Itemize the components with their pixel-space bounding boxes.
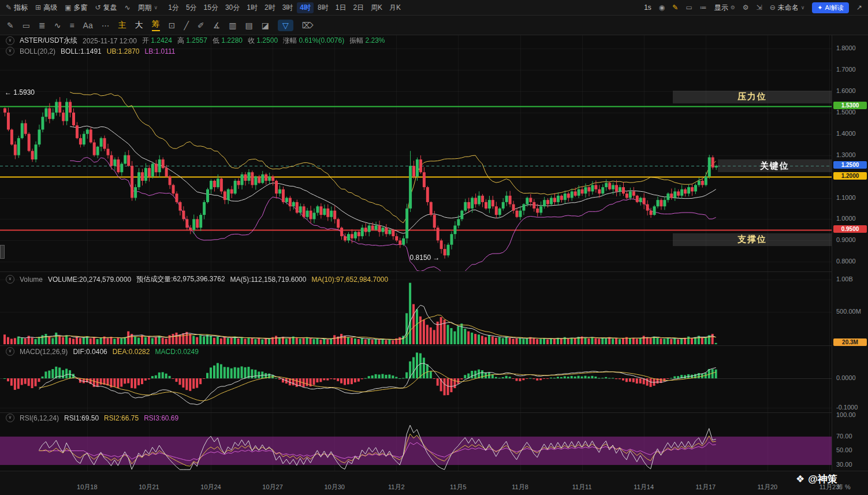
open-value: 1.2424 (151, 36, 172, 44)
stats-tool-icon[interactable]: ▥ (229, 21, 236, 30)
lines-tool-icon[interactable]: ≣ (39, 21, 46, 30)
list-icon[interactable]: ≔ (700, 3, 707, 12)
share-icon[interactable]: ↗ (856, 3, 862, 12)
rsi1-value: RSI1:69.50 (64, 414, 99, 422)
filter-tool-button[interactable]: ▽ (278, 20, 293, 31)
more-tools-icon[interactable]: ⋯ (102, 21, 110, 30)
collapse-volume-icon[interactable]: ∨ (6, 275, 14, 284)
ai-interpret-button[interactable]: ✦AI解读 (812, 2, 849, 13)
camera-icon[interactable]: ◉ (659, 3, 665, 12)
volume-ma10: MA(10):97,652,984.7000 (311, 276, 388, 284)
text-tool-icon[interactable]: Aa (83, 21, 93, 30)
chevron-down-icon: ∨ (801, 5, 805, 10)
pane-separator[interactable] (0, 412, 868, 413)
timeframe-8时[interactable]: 8时 (315, 2, 331, 13)
pane-separator[interactable] (0, 345, 868, 346)
period-dropdown[interactable]: 周期∨ (138, 3, 158, 13)
timeframe-3时[interactable]: 3时 (280, 2, 296, 13)
hline-tool-icon[interactable]: ≡ (69, 21, 74, 30)
axis-corner-label[interactable]: 筹 % (837, 483, 851, 492)
indicator-button[interactable]: ✎指标 (6, 3, 28, 13)
big-chart-toggle[interactable]: 大 (135, 20, 143, 31)
rsi2-value: RSI2:66.75 (104, 414, 139, 422)
macd-axis-label: 0.0000 (836, 374, 856, 381)
amplitude-label: 振幅 (349, 36, 363, 44)
minus-circle-icon: ⊖ (770, 3, 776, 12)
kline-style-button[interactable]: ∿ (125, 3, 131, 12)
macd-name: MACD(12,26,9) (20, 348, 68, 356)
timeframe-15分[interactable]: 15分 (201, 2, 221, 13)
draw-pencil-icon[interactable]: ✎ (7, 21, 14, 30)
time-axis-label: 11月2 (388, 483, 405, 492)
close-value: 1.2500 (256, 36, 278, 44)
main-chart-toggle[interactable]: 主 (118, 20, 126, 31)
timeframe-2日[interactable]: 2日 (350, 2, 367, 13)
watermark: ❖ @神策 (796, 472, 837, 486)
timeframe-周K[interactable]: 周K (368, 2, 385, 13)
price-axis[interactable]: 1.80001.70001.60001.50001.40001.30001.10… (832, 35, 868, 471)
capture-tool-icon[interactable]: ⊡ (169, 21, 176, 30)
multiwindow-icon: ▣ (65, 3, 71, 12)
price-axis-badge: 1.2500 (833, 161, 867, 169)
timeframe-月K[interactable]: 月K (386, 2, 404, 13)
boll-ub-value: UB:1.2870 (107, 47, 140, 55)
display-button[interactable]: 显示⚙ (714, 3, 735, 13)
level-label-1.25[interactable]: 关键位 (718, 159, 832, 172)
pane-separator[interactable] (0, 271, 868, 272)
layout-name: 未命名 (778, 3, 799, 13)
volume-legend: ∨ Volume VOLUME:20,274,579.0000 预估成交量:62… (6, 274, 388, 284)
eraser-tool-icon[interactable]: ◪ (262, 21, 269, 30)
timeframe-2时[interactable]: 2时 (262, 2, 278, 13)
volume-estimate: 预估成交量:62,975,396.3762 (136, 274, 225, 284)
boll-name: BOLL(20,2) (20, 47, 55, 55)
open-label: 开 (142, 36, 149, 44)
timeframe-30分[interactable]: 30分 (222, 2, 243, 13)
timeframe-5分[interactable]: 5分 (183, 2, 200, 13)
doc-tool-icon[interactable]: ▤ (245, 21, 252, 30)
timeframe-1分[interactable]: 1分 (165, 2, 182, 13)
amplitude-value: 2.23% (365, 36, 385, 44)
wave-tool-icon[interactable]: ∿ (54, 21, 61, 30)
multiwindow-button[interactable]: ▣多窗 (65, 3, 87, 13)
interval-1s-button[interactable]: 1s (644, 3, 651, 12)
measure-tool-icon[interactable]: ∡ (213, 21, 221, 30)
brush-tool-icon[interactable]: ╱ (184, 21, 188, 30)
price-axis-label: 0.9000 (836, 236, 856, 243)
macd-dif: DIF:0.0406 (73, 348, 107, 356)
settings-gear-icon[interactable]: ⚙ (743, 3, 749, 12)
time-axis-label: 11月14 (634, 483, 654, 492)
collapse-main-icon[interactable]: ∨ (6, 36, 14, 45)
time-axis[interactable]: 10月1810月2110月2410月2710月3011月211月511月811月… (0, 471, 868, 495)
chevron-down-icon: ∨ (154, 5, 158, 10)
left-panel-handle[interactable] (0, 245, 5, 259)
advanced-button[interactable]: ⊞高级 (35, 3, 57, 13)
low-label: 低 (213, 36, 219, 44)
fullscreen-icon[interactable]: ⇲ (757, 3, 762, 12)
edit-pencil-icon[interactable]: ✎ (672, 3, 678, 12)
timeframe-1日[interactable]: 1日 (333, 2, 349, 13)
time-axis-label: 11月5 (450, 483, 467, 492)
layout-dropdown[interactable]: ⊖未命名∨ (770, 3, 805, 13)
replay-button[interactable]: ↺复盘 (95, 3, 117, 13)
change-label: 涨幅 (283, 36, 297, 44)
level-label-1.53[interactable]: 压力位 (673, 91, 832, 103)
chip-distribution-toggle[interactable]: 筹 (152, 19, 160, 31)
rsi-axis-label: 70.00 (836, 433, 852, 440)
time-axis-label: 11月11 (572, 483, 592, 492)
trash-icon[interactable]: ⌦ (302, 21, 314, 30)
wave-icon: ∿ (125, 3, 131, 12)
collapse-rsi-icon[interactable]: ∨ (6, 414, 14, 422)
pen-tool-icon[interactable]: ✐ (198, 21, 204, 30)
timeframe-4时[interactable]: 4时 (297, 2, 314, 13)
timeframe-1时[interactable]: 1时 (244, 2, 260, 13)
boll-legend: ∨ BOLL(20,2) BOLL:1.1491 UB:1.2870 LB:1.… (6, 47, 175, 55)
price-axis-label: 1.1000 (836, 194, 856, 201)
rsi3-value: RSI3:60.69 (144, 414, 178, 422)
rectangle-tool-icon[interactable]: ▭ (23, 21, 30, 30)
pencil-icon: ✎ (6, 3, 12, 12)
level-label-0.95[interactable]: 支撑位 (673, 233, 832, 246)
collapse-boll-icon[interactable]: ∨ (6, 47, 14, 55)
monitor-icon[interactable]: ▭ (686, 3, 692, 12)
candle-datetime: 2025-11-17 12:00 (83, 37, 137, 45)
collapse-macd-icon[interactable]: ∨ (6, 347, 14, 356)
